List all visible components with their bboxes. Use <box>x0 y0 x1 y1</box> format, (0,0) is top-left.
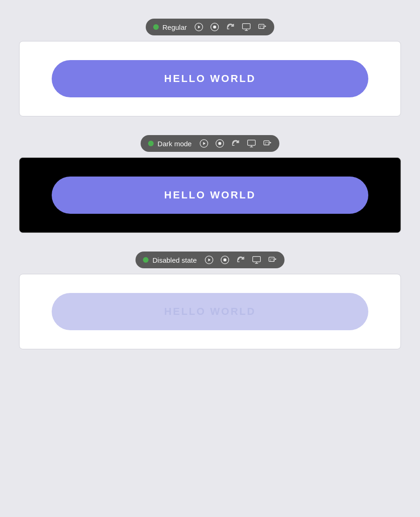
svg-point-14 <box>218 142 221 145</box>
toolbar-regular: Regular <box>146 19 275 35</box>
svg-marker-23 <box>208 258 210 262</box>
toolbar-disabled-state: Disabled state <box>135 252 284 268</box>
section-disabled-state: Disabled state HELLO WORLD <box>19 252 401 349</box>
toolbar-label-regular: Regular <box>153 23 187 31</box>
svg-rect-26 <box>252 257 260 262</box>
svg-rect-15 <box>247 140 255 146</box>
monitor-icon-dark[interactable] <box>247 139 256 148</box>
rotate-icon-dark[interactable] <box>231 139 240 148</box>
svg-rect-4 <box>243 24 251 29</box>
toolbar-dark-mode: Dark mode <box>141 135 279 152</box>
rotate-icon[interactable] <box>226 22 235 32</box>
preview-card-dark-mode: HELLO WORLD <box>19 157 401 233</box>
rotate-icon-disabled[interactable] <box>236 255 245 265</box>
toolbar-label-disabled-state: Disabled state <box>143 256 196 264</box>
toolbar-text-regular: Regular <box>163 23 187 31</box>
section-dark-mode: Dark mode HELLO WORLD <box>19 135 401 233</box>
preview-card-regular: HELLO WORLD <box>19 41 401 116</box>
hello-world-button-disabled: HELLO WORLD <box>52 293 368 330</box>
svg-point-3 <box>213 26 217 29</box>
play-icon-dark[interactable] <box>199 139 209 148</box>
svg-point-25 <box>223 258 226 262</box>
status-dot-disabled-state <box>143 257 149 263</box>
status-dot-dark-mode <box>148 141 154 146</box>
preview-card-disabled-state: HELLO WORLD <box>19 274 401 349</box>
toolbar-icons-dark-mode <box>199 139 272 148</box>
hello-world-button-regular[interactable]: HELLO WORLD <box>52 60 368 97</box>
toolbar-icons-regular <box>194 22 267 32</box>
toolbar-text-dark-mode: Dark mode <box>157 140 191 148</box>
section-regular: Regular HELLO WORLD <box>19 19 401 116</box>
record-icon[interactable] <box>210 22 219 32</box>
monitor-icon-disabled[interactable] <box>252 255 261 265</box>
add-window-icon[interactable] <box>257 22 267 32</box>
toolbar-icons-disabled-state <box>204 255 277 265</box>
svg-marker-12 <box>203 142 205 145</box>
status-dot-regular <box>153 24 159 30</box>
svg-rect-10 <box>260 26 264 29</box>
record-icon-dark[interactable] <box>215 139 224 148</box>
play-icon-disabled[interactable] <box>204 255 214 265</box>
svg-marker-1 <box>198 26 201 29</box>
toolbar-label-dark-mode: Dark mode <box>148 140 191 148</box>
monitor-icon[interactable] <box>242 22 251 32</box>
svg-rect-32 <box>270 259 273 262</box>
record-icon-disabled[interactable] <box>220 255 230 265</box>
add-window-icon-dark[interactable] <box>263 139 272 148</box>
svg-rect-21 <box>265 143 269 145</box>
hello-world-button-dark[interactable]: HELLO WORLD <box>52 177 368 214</box>
add-window-icon-disabled[interactable] <box>268 255 277 265</box>
play-icon[interactable] <box>194 22 203 32</box>
toolbar-text-disabled-state: Disabled state <box>152 256 196 264</box>
